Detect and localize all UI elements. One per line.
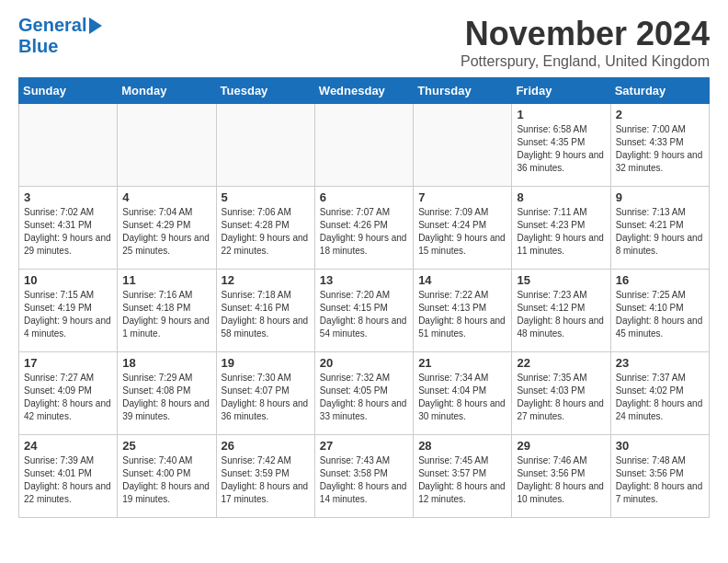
calendar-cell: 24Sunrise: 7:39 AM Sunset: 4:01 PM Dayli… (19, 435, 118, 518)
day-number: 10 (24, 273, 112, 287)
calendar-cell: 30Sunrise: 7:48 AM Sunset: 3:56 PM Dayli… (610, 435, 709, 518)
day-number: 24 (24, 439, 112, 453)
day-number: 21 (418, 356, 506, 370)
calendar-cell: 19Sunrise: 7:30 AM Sunset: 4:07 PM Dayli… (216, 352, 314, 435)
calendar-cell: 16Sunrise: 7:25 AM Sunset: 4:10 PM Dayli… (610, 270, 709, 352)
page: General Blue November 2024 Potterspury, … (0, 0, 728, 533)
calendar-cell: 17Sunrise: 7:27 AM Sunset: 4:09 PM Dayli… (19, 352, 118, 435)
day-number: 29 (517, 439, 605, 453)
day-info: Sunrise: 7:43 AM Sunset: 3:58 PM Dayligh… (320, 454, 408, 506)
day-info: Sunrise: 6:58 AM Sunset: 4:35 PM Dayligh… (517, 123, 605, 175)
col-friday: Friday (512, 78, 610, 104)
calendar-cell: 23Sunrise: 7:37 AM Sunset: 4:02 PM Dayli… (610, 352, 709, 435)
day-info: Sunrise: 7:02 AM Sunset: 4:31 PM Dayligh… (24, 206, 112, 258)
calendar-cell: 18Sunrise: 7:29 AM Sunset: 4:08 PM Dayli… (118, 352, 216, 435)
day-number: 28 (418, 439, 506, 453)
day-number: 27 (320, 439, 408, 453)
calendar-cell (314, 104, 413, 187)
day-info: Sunrise: 7:39 AM Sunset: 4:01 PM Dayligh… (24, 454, 112, 506)
day-info: Sunrise: 7:15 AM Sunset: 4:19 PM Dayligh… (24, 289, 112, 340)
calendar-cell: 11Sunrise: 7:16 AM Sunset: 4:18 PM Dayli… (118, 270, 216, 352)
day-info: Sunrise: 7:04 AM Sunset: 4:29 PM Dayligh… (122, 206, 210, 258)
day-info: Sunrise: 7:11 AM Sunset: 4:23 PM Dayligh… (517, 206, 605, 258)
day-number: 26 (222, 439, 310, 453)
day-number: 5 (222, 190, 310, 204)
header: General Blue November 2024 Potterspury, … (18, 15, 710, 70)
week-row-2: 10Sunrise: 7:15 AM Sunset: 4:19 PM Dayli… (19, 270, 710, 352)
week-row-1: 3Sunrise: 7:02 AM Sunset: 4:31 PM Daylig… (19, 187, 710, 270)
day-number: 16 (616, 273, 704, 287)
day-info: Sunrise: 7:27 AM Sunset: 4:09 PM Dayligh… (24, 372, 112, 423)
logo: General Blue (18, 15, 102, 57)
day-info: Sunrise: 7:07 AM Sunset: 4:26 PM Dayligh… (320, 206, 408, 258)
day-number: 19 (222, 356, 310, 370)
location: Potterspury, England, United Kingdom (461, 53, 710, 70)
calendar-cell (19, 104, 118, 187)
calendar-cell: 4Sunrise: 7:04 AM Sunset: 4:29 PM Daylig… (118, 187, 216, 270)
calendar-cell: 1Sunrise: 6:58 AM Sunset: 4:35 PM Daylig… (512, 104, 610, 187)
calendar-cell: 3Sunrise: 7:02 AM Sunset: 4:31 PM Daylig… (19, 187, 118, 270)
day-number: 9 (616, 190, 704, 204)
day-info: Sunrise: 7:32 AM Sunset: 4:05 PM Dayligh… (320, 372, 408, 423)
week-row-4: 24Sunrise: 7:39 AM Sunset: 4:01 PM Dayli… (19, 435, 710, 518)
day-number: 7 (418, 190, 506, 204)
day-info: Sunrise: 7:48 AM Sunset: 3:56 PM Dayligh… (616, 454, 704, 506)
calendar-cell: 27Sunrise: 7:43 AM Sunset: 3:58 PM Dayli… (314, 435, 413, 518)
day-info: Sunrise: 7:18 AM Sunset: 4:16 PM Dayligh… (222, 289, 310, 340)
day-info: Sunrise: 7:46 AM Sunset: 3:56 PM Dayligh… (517, 454, 605, 506)
day-info: Sunrise: 7:09 AM Sunset: 4:24 PM Dayligh… (418, 206, 506, 258)
logo-general: General (18, 15, 86, 36)
day-number: 4 (122, 190, 210, 204)
col-saturday: Saturday (610, 78, 709, 104)
calendar-cell: 10Sunrise: 7:15 AM Sunset: 4:19 PM Dayli… (19, 270, 118, 352)
day-number: 30 (616, 439, 704, 453)
week-row-0: 1Sunrise: 6:58 AM Sunset: 4:35 PM Daylig… (19, 104, 710, 187)
calendar-header-row: Sunday Monday Tuesday Wednesday Thursday… (19, 78, 710, 104)
day-number: 1 (517, 108, 605, 121)
logo-arrow-icon (89, 17, 102, 34)
calendar-table: Sunday Monday Tuesday Wednesday Thursday… (18, 77, 710, 518)
calendar-cell: 9Sunrise: 7:13 AM Sunset: 4:21 PM Daylig… (610, 187, 709, 270)
calendar-cell: 25Sunrise: 7:40 AM Sunset: 4:00 PM Dayli… (118, 435, 216, 518)
day-number: 14 (418, 273, 506, 287)
day-number: 25 (122, 439, 210, 453)
day-info: Sunrise: 7:25 AM Sunset: 4:10 PM Dayligh… (616, 289, 704, 340)
logo-blue-text: Blue (18, 36, 58, 56)
calendar-cell: 8Sunrise: 7:11 AM Sunset: 4:23 PM Daylig… (512, 187, 610, 270)
col-monday: Monday (118, 78, 216, 104)
calendar-cell: 6Sunrise: 7:07 AM Sunset: 4:26 PM Daylig… (314, 187, 413, 270)
calendar-cell: 13Sunrise: 7:20 AM Sunset: 4:15 PM Dayli… (314, 270, 413, 352)
calendar-cell: 12Sunrise: 7:18 AM Sunset: 4:16 PM Dayli… (216, 270, 314, 352)
col-thursday: Thursday (414, 78, 512, 104)
day-info: Sunrise: 7:45 AM Sunset: 3:57 PM Dayligh… (418, 454, 506, 506)
day-number: 17 (24, 356, 112, 370)
calendar-cell: 5Sunrise: 7:06 AM Sunset: 4:28 PM Daylig… (216, 187, 314, 270)
day-number: 11 (122, 273, 210, 287)
col-sunday: Sunday (19, 78, 118, 104)
day-info: Sunrise: 7:37 AM Sunset: 4:02 PM Dayligh… (616, 372, 704, 423)
day-number: 3 (24, 190, 112, 204)
calendar-cell (216, 104, 314, 187)
day-info: Sunrise: 7:42 AM Sunset: 3:59 PM Dayligh… (222, 454, 310, 506)
calendar-cell: 28Sunrise: 7:45 AM Sunset: 3:57 PM Dayli… (414, 435, 512, 518)
calendar-cell: 26Sunrise: 7:42 AM Sunset: 3:59 PM Dayli… (216, 435, 314, 518)
day-info: Sunrise: 7:40 AM Sunset: 4:00 PM Dayligh… (122, 454, 210, 506)
day-info: Sunrise: 7:22 AM Sunset: 4:13 PM Dayligh… (418, 289, 506, 340)
day-info: Sunrise: 7:06 AM Sunset: 4:28 PM Dayligh… (222, 206, 310, 258)
month-title: November 2024 (461, 15, 710, 53)
day-info: Sunrise: 7:00 AM Sunset: 4:33 PM Dayligh… (616, 123, 704, 175)
calendar-cell: 2Sunrise: 7:00 AM Sunset: 4:33 PM Daylig… (610, 104, 709, 187)
day-info: Sunrise: 7:35 AM Sunset: 4:03 PM Dayligh… (517, 372, 605, 423)
day-number: 2 (616, 108, 704, 121)
calendar-cell: 15Sunrise: 7:23 AM Sunset: 4:12 PM Dayli… (512, 270, 610, 352)
day-info: Sunrise: 7:34 AM Sunset: 4:04 PM Dayligh… (418, 372, 506, 423)
week-row-3: 17Sunrise: 7:27 AM Sunset: 4:09 PM Dayli… (19, 352, 710, 435)
col-wednesday: Wednesday (314, 78, 413, 104)
day-info: Sunrise: 7:29 AM Sunset: 4:08 PM Dayligh… (122, 372, 210, 423)
day-info: Sunrise: 7:13 AM Sunset: 4:21 PM Dayligh… (616, 206, 704, 258)
day-info: Sunrise: 7:16 AM Sunset: 4:18 PM Dayligh… (122, 289, 210, 340)
calendar-cell: 20Sunrise: 7:32 AM Sunset: 4:05 PM Dayli… (314, 352, 413, 435)
day-number: 6 (320, 190, 408, 204)
calendar-cell: 22Sunrise: 7:35 AM Sunset: 4:03 PM Dayli… (512, 352, 610, 435)
day-number: 22 (517, 356, 605, 370)
